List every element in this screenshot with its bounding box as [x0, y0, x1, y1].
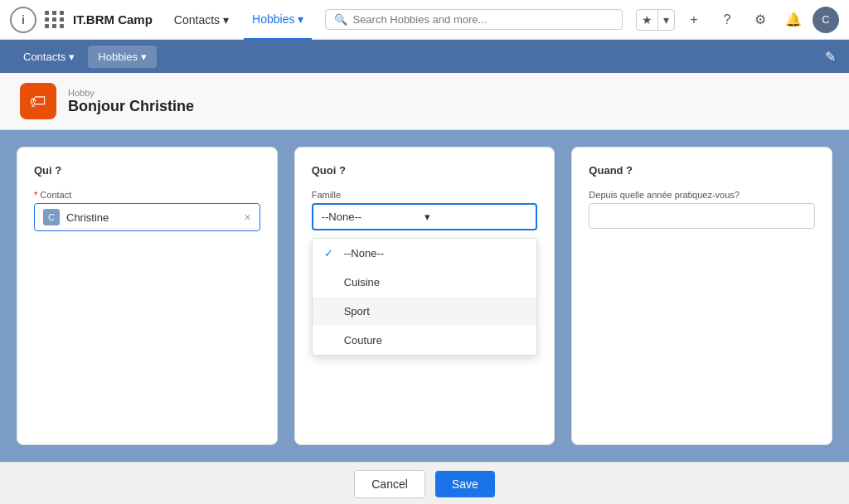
- card-quand: Quand ? Depuis quelle année pratiquez-vo…: [571, 147, 832, 445]
- contact-type-icon: C: [43, 209, 60, 225]
- dropdown-label-sport: Sport: [344, 305, 370, 317]
- contact-form-group: Contact C Christine ×: [34, 190, 260, 231]
- dropdown-label-couture: Couture: [344, 334, 382, 346]
- settings-button[interactable]: ⚙: [746, 6, 774, 34]
- app-logo[interactable]: i: [10, 7, 36, 33]
- contact-field[interactable]: C Christine ×: [34, 203, 260, 231]
- favorites-button[interactable]: ★ ▾: [636, 9, 675, 31]
- select-arrow-icon: ▾: [424, 211, 527, 223]
- dropdown-label-none: --None--: [344, 247, 384, 259]
- card-quoi: Quoi ? Famille --None-- ▾ ✓ --None-- Cui…: [294, 147, 555, 445]
- user-avatar[interactable]: C: [813, 7, 839, 33]
- year-label: Depuis quelle année pratiquez-vous?: [589, 190, 815, 200]
- sub-navigation: Contacts ▾ Hobbies ▾ ✎: [0, 40, 849, 73]
- subnav-hobbies[interactable]: Hobbies ▾: [88, 46, 157, 68]
- cancel-button[interactable]: Cancel: [354, 470, 425, 498]
- dropdown-item-none[interactable]: ✓ --None--: [313, 239, 537, 268]
- star-dropdown-icon[interactable]: ▾: [658, 10, 674, 30]
- year-form-group: Depuis quelle année pratiquez-vous?: [589, 190, 815, 229]
- contact-label: Contact: [34, 190, 260, 200]
- search-bar: 🔍: [325, 9, 623, 30]
- select-value: --None--: [322, 211, 424, 223]
- hobby-icon: 🏷: [20, 83, 56, 119]
- subnav-contacts[interactable]: Contacts ▾: [13, 46, 85, 68]
- app-name: IT.BRM Camp: [73, 12, 153, 27]
- page-sub-label: Hobby: [68, 88, 194, 98]
- nav-hobbies[interactable]: Hobbies ▾: [244, 0, 312, 40]
- year-input[interactable]: [589, 203, 815, 229]
- star-icon: ★: [637, 10, 658, 30]
- famille-select-wrap: --None-- ▾ ✓ --None-- Cuisine Spor: [312, 203, 538, 230]
- chevron-down-icon: ▾: [69, 51, 75, 63]
- dropdown-item-sport[interactable]: Sport: [313, 297, 537, 326]
- card-qui: Qui ? Contact C Christine ×: [17, 147, 278, 445]
- edit-icon[interactable]: ✎: [825, 49, 836, 65]
- add-button[interactable]: +: [680, 6, 708, 34]
- dropdown-item-cuisine[interactable]: Cuisine: [313, 268, 537, 297]
- apps-grid-icon[interactable]: [43, 9, 66, 30]
- card-qui-title: Qui ?: [34, 164, 260, 177]
- search-input[interactable]: [352, 13, 614, 26]
- chevron-down-icon: ▾: [223, 13, 229, 27]
- famille-dropdown: ✓ --None-- Cuisine Sport Couture: [312, 238, 538, 356]
- famille-form-group: Famille --None-- ▾ ✓ --None-- Cuisine: [312, 190, 538, 230]
- nav-contacts[interactable]: Contacts ▾: [166, 0, 237, 40]
- famille-select[interactable]: --None-- ▾: [312, 203, 538, 230]
- page-header: 🏷 Hobby Bonjour Christine: [0, 73, 849, 130]
- top-navigation: i IT.BRM Camp Contacts ▾ Hobbies ▾ 🔍 ★ ▾…: [0, 0, 849, 40]
- save-button[interactable]: Save: [435, 471, 495, 497]
- help-button[interactable]: ?: [713, 6, 741, 34]
- dropdown-label-cuisine: Cuisine: [344, 276, 380, 288]
- search-icon: 🔍: [334, 13, 347, 26]
- dropdown-item-couture[interactable]: Couture: [313, 326, 537, 355]
- chevron-down-icon: ▾: [141, 51, 147, 63]
- chevron-down-icon: ▾: [298, 12, 303, 26]
- card-quand-title: Quand ?: [589, 164, 815, 177]
- check-icon: ✓: [324, 247, 337, 259]
- famille-label: Famille: [312, 190, 538, 200]
- clear-contact-button[interactable]: ×: [244, 211, 250, 224]
- card-quoi-title: Quoi ?: [312, 164, 538, 177]
- page-title: Bonjour Christine: [68, 98, 194, 115]
- main-content: Qui ? Contact C Christine × Quoi ? Famil…: [0, 130, 849, 462]
- footer: Cancel Save: [0, 462, 849, 504]
- notifications-button[interactable]: 🔔: [779, 6, 808, 34]
- contact-value: Christine: [66, 211, 237, 224]
